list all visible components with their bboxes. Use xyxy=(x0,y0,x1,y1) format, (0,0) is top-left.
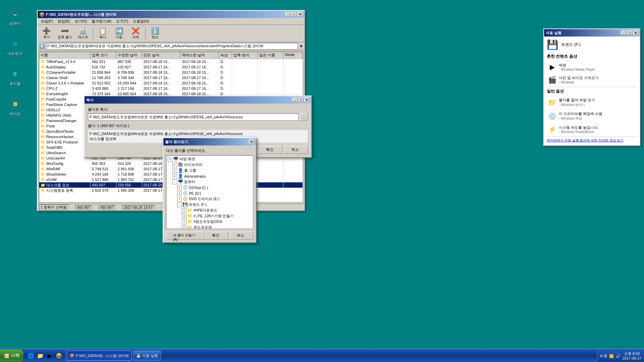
tree-expand-icon[interactable]: + xyxy=(168,157,172,162)
col-modified[interactable]: 만든 날자 xyxy=(142,52,181,59)
tree-expand-icon[interactable]: - xyxy=(172,180,177,184)
menu-favorites[interactable]: 즐겨찾기(A) xyxy=(90,18,113,24)
col-created[interactable]: 액세스한 날자 xyxy=(180,52,219,59)
menu-tools[interactable]: 도구(T) xyxy=(114,18,130,24)
toolbar-extract[interactable]: ➖ 압축 풀기 xyxy=(55,26,74,41)
maximize-button[interactable]: □ xyxy=(291,12,297,17)
toolbar-info[interactable]: ℹ️ 정보 xyxy=(148,26,163,41)
folder-confirm-button[interactable]: 확인 xyxy=(205,232,228,240)
tree-expand-icon[interactable]: + xyxy=(182,208,186,213)
col-attr[interactable]: 속성 xyxy=(219,52,232,59)
quick-media-icon[interactable]: ▶ xyxy=(46,352,54,360)
tree-item[interactable]: + 👤 Administrator xyxy=(167,173,252,179)
autoplay-maximize[interactable]: □ xyxy=(627,31,632,35)
folder-cancel-button[interactable]: 취소 xyxy=(230,232,253,240)
copy-dialog-minimize[interactable]: _ xyxy=(292,98,298,102)
tree-expand-icon[interactable]: + xyxy=(172,174,177,179)
tree-expand-icon[interactable]: - xyxy=(177,202,182,207)
toolbar-test[interactable]: 🔬 테스트 xyxy=(76,26,91,41)
tree-item[interactable]: + 📚 라이브러리 xyxy=(167,162,252,168)
autoplay-option-import[interactable]: 🎬 사진 및 비디오 가져오기 - Windows xyxy=(547,74,637,85)
autoplay-option-folder[interactable]: 📁 폴더를 열어 파일 보기 - Windows 탐색기 xyxy=(547,96,637,109)
desktop-icon-control[interactable]: 🖼️ 제어판 xyxy=(3,97,27,116)
col-same[interactable]: 같은 이름 xyxy=(258,52,284,59)
menu-file[interactable]: 파일(F) xyxy=(39,18,55,24)
col-inode[interactable]: INode xyxy=(283,52,303,59)
file-row[interactable]: 📁 AutoDisplay 516 732 102 827 2017-08-17… xyxy=(39,64,303,70)
autoplay-link[interactable]: 제어판에서 자동 실행 옵션에 대한 자세한 정보 보기 xyxy=(547,138,637,143)
menu-help[interactable]: 도움말(H) xyxy=(131,18,151,24)
tree-expand-icon[interactable]: + xyxy=(177,197,182,201)
autoplay-minimize[interactable]: _ xyxy=(621,31,626,35)
tree-item[interactable]: + 📁 윈드우포럼 xyxy=(167,225,252,229)
tree-item[interactable]: + 🖥️ 바탕 화면 xyxy=(167,156,252,162)
folder-tree[interactable]: + 🖥️ 바탕 화면 + 📚 라이브러리 + 👤 홈 그룹 + 👤 Admini… xyxy=(166,155,253,229)
copy-browse-button[interactable]: ... xyxy=(300,113,308,121)
tree-folder-icon: 👤 xyxy=(178,174,183,179)
file-row[interactable]: 📁 Clover 3.3.6 + Portable 31 913 052 15 … xyxy=(39,80,303,86)
tray-clock[interactable]: 오후 8:59 2017-08-27 xyxy=(623,351,641,361)
tree-item[interactable]: + 💿 PE (D:) xyxy=(167,190,252,196)
copy-dialog-close[interactable]: ✕ xyxy=(304,98,310,102)
quick-folder-icon[interactable]: 📁 xyxy=(36,352,44,360)
desktop-icon-network[interactable]: 🌐 네트워크 xyxy=(3,37,27,56)
file-attr: D xyxy=(219,59,232,64)
toolbar-add[interactable]: ➕ 추가 xyxy=(39,26,54,41)
tree-item[interactable]: - 💾 트렌드 (F:) xyxy=(167,202,252,207)
file-origsize: 3 708 344 xyxy=(116,75,142,80)
address-input[interactable] xyxy=(46,43,298,50)
tree-expand-icon[interactable]: + xyxy=(182,225,186,229)
toolbar-copy[interactable]: 📋 복사 xyxy=(95,26,110,41)
file-row[interactable]: 📁 78RePack_v1.9.4 892 921 887 535 2017-0… xyxy=(39,59,303,64)
new-folder-button[interactable]: 새 폴더 만들기(A) xyxy=(166,232,205,240)
toolbar-move[interactable]: ➡️ 이동 xyxy=(112,26,127,41)
address-dropdown-icon[interactable]: ▼ xyxy=(299,44,303,49)
quick-7zip-icon[interactable]: 📦 xyxy=(55,352,63,360)
copy-cancel-button[interactable]: 취소 xyxy=(284,146,308,154)
taskbar-btn-autoplay[interactable]: 💾 자동 실행 xyxy=(133,351,161,361)
desktop-icon-recycle[interactable]: 🗑️ 휴지통 xyxy=(3,67,27,86)
tree-expand-icon[interactable]: + xyxy=(177,185,182,190)
tree-item[interactable]: - 🖥️ 컴퓨터 xyxy=(167,179,252,185)
tree-item[interactable]: + 👤 홈 그룹 xyxy=(167,168,252,173)
tray-ime[interactable]: A 漢 xyxy=(600,354,607,359)
col-compsize[interactable]: 압축 크기 xyxy=(91,52,116,59)
tree-expand-icon[interactable]: + xyxy=(172,163,177,167)
copy-dialog-maximize[interactable]: □ xyxy=(298,98,304,102)
start-button[interactable]: 🪟 시작 xyxy=(0,350,23,362)
tree-item[interactable]: + 💿 OSTest (C:) xyxy=(167,185,252,190)
tree-item[interactable]: + 📀 DVD 드라이브 (E:) xyxy=(167,196,252,202)
copy-confirm-button[interactable]: 확인 xyxy=(259,146,282,154)
autoplay-close[interactable]: ✕ xyxy=(633,31,638,35)
tray-icon-network[interactable]: 📶 xyxy=(609,354,614,358)
copy-path-input[interactable] xyxy=(88,113,299,121)
tray-icon-volume[interactable]: 🔊 xyxy=(616,354,621,358)
toolbar-delete[interactable]: ❌ 삭제 xyxy=(128,26,143,41)
tree-item[interactable]: + 📁 #_PE_128기가량 만들기 xyxy=(167,213,252,219)
minimize-button[interactable]: _ xyxy=(285,12,291,17)
menu-view[interactable]: 보기(V) xyxy=(73,18,89,24)
file-row[interactable]: 📁 CCleanerPortable 21 858 964 8 709 099 … xyxy=(39,70,303,75)
tree-expand-icon[interactable]: + xyxy=(182,220,186,224)
close-button[interactable]: ✕ xyxy=(298,12,303,17)
col-method[interactable]: 압축 방식 xyxy=(232,52,258,59)
col-origsize[interactable]: 수정한 날자 xyxy=(116,52,142,59)
autoplay-option-speed[interactable]: ⚡ 시스템 속도를 높입니다. - Windows ReadyBoost xyxy=(547,124,637,135)
folder-dialog-close[interactable]: ✕ xyxy=(249,139,254,144)
desktop-icon-computer[interactable]: 🖥️ 컴퓨터 xyxy=(3,7,27,26)
tree-expand-icon[interactable]: + xyxy=(172,168,177,173)
col-name[interactable]: 이름 xyxy=(39,52,91,59)
tree-expand-icon[interactable]: + xyxy=(177,191,182,196)
quick-ie-icon[interactable]: 🌐 xyxy=(27,352,35,360)
file-row[interactable]: 📁 Classic Shell 11 769 263 3 708 344 201… xyxy=(39,75,303,80)
file-same xyxy=(258,172,284,177)
autoplay-option-play[interactable]: ▶ 재생 - Windows Media Player xyxy=(547,61,637,73)
tree-item[interactable]: + 📁 #윈도우포럼2016 xyxy=(167,219,252,225)
taskbar-btn-main[interactable]: 📦 F:\W2_DATA#윈...시스템 관리W xyxy=(67,351,132,361)
file-row[interactable]: 📁 CPU-Z 3 420 880 1 217 156 2017-08-17 1… xyxy=(39,86,303,91)
tree-expand-icon[interactable]: + xyxy=(182,214,186,219)
menu-edit[interactable]: 편집(E) xyxy=(56,18,72,24)
tree-item[interactable]: + 📁 ##PE다운로드 xyxy=(167,207,252,213)
address-up-icon[interactable]: ⬆️ xyxy=(39,44,45,49)
autoplay-option-backup[interactable]: 💿 이 드라이브를 백업에 사용 - Windows 백업 xyxy=(547,110,637,122)
